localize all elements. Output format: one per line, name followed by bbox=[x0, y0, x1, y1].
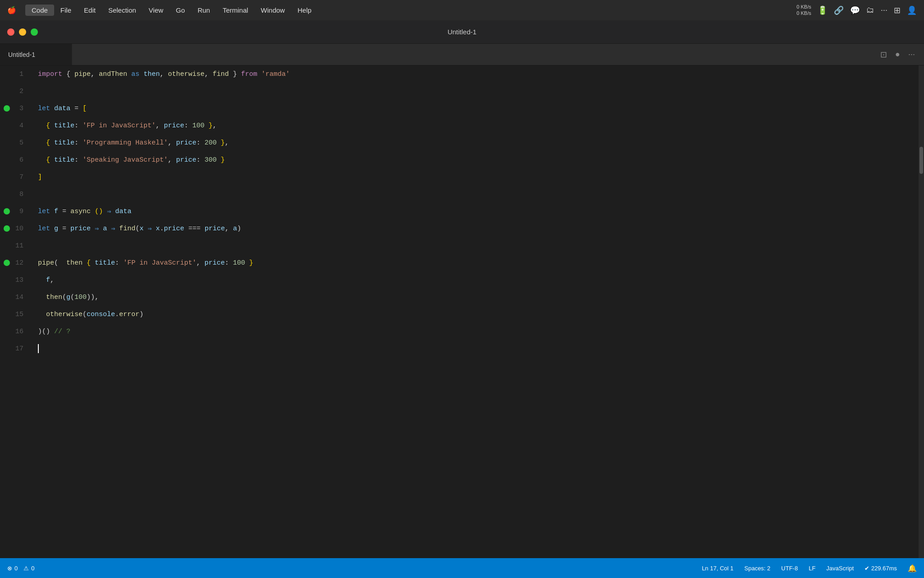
code-line-17 bbox=[38, 340, 924, 357]
code-line-16: )() // ? bbox=[38, 323, 924, 340]
apple-menu[interactable]: 🍎 bbox=[7, 6, 16, 14]
menubar-go[interactable]: Go bbox=[170, 5, 191, 16]
line-15-gutter: 15 bbox=[0, 306, 32, 323]
network-status: 0 KB/s 0 KB/s bbox=[797, 4, 811, 16]
line-3-gutter: 3 bbox=[0, 100, 32, 117]
line-17-gutter: 17 bbox=[0, 340, 32, 357]
battery-icon: 🔋 bbox=[818, 5, 827, 15]
editor-container: 1 2 3 4 5 6 7 8 9 bbox=[0, 65, 924, 558]
line-11-gutter: 11 bbox=[0, 237, 32, 254]
error-count[interactable]: ⊗ 0 ⚠ 0 bbox=[7, 565, 34, 572]
controlcenter-icon: ⊞ bbox=[894, 5, 901, 15]
tab-right-icons: ⊡ ● ··· bbox=[880, 50, 915, 60]
dot-icon: ● bbox=[895, 50, 900, 59]
line-7-gutter: 7 bbox=[0, 168, 32, 186]
line-16-gutter: 16 bbox=[0, 323, 32, 340]
breakpoint-9[interactable] bbox=[4, 208, 10, 214]
more-icon: ··· bbox=[881, 5, 887, 15]
eol[interactable]: LF bbox=[808, 565, 815, 572]
line-14-gutter: 14 bbox=[0, 289, 32, 306]
code-line-6: { title: 'Speaking JavaScript', price: 3… bbox=[38, 151, 924, 168]
line-12-gutter: 12 bbox=[0, 254, 32, 271]
line-5-gutter: 5 bbox=[0, 134, 32, 151]
language-mode[interactable]: JavaScript bbox=[827, 565, 854, 572]
code-line-7: ] bbox=[38, 168, 924, 186]
code-line-3: let data = [ bbox=[38, 100, 924, 117]
menubar-window[interactable]: Window bbox=[254, 5, 291, 16]
code-line-4: { title: 'FP in JavaScript', price: 100 … bbox=[38, 117, 924, 134]
titlebar: Untitled-1 bbox=[0, 20, 924, 44]
breakpoint-3[interactable] bbox=[4, 105, 10, 112]
code-line-8 bbox=[38, 186, 924, 203]
finder-icon: 🗂 bbox=[866, 5, 874, 15]
statusbar: ⊗ 0 ⚠ 0 Ln 17, Col 1 Spaces: 2 UTF-8 LF … bbox=[0, 558, 924, 578]
menubar-help[interactable]: Help bbox=[291, 5, 318, 16]
menubar-items: Code File Edit Selection View Go Run Ter… bbox=[25, 5, 797, 16]
line-8-gutter: 8 bbox=[0, 186, 32, 203]
menubar: 🍎 Code File Edit Selection View Go Run T… bbox=[0, 0, 924, 20]
menubar-view[interactable]: View bbox=[143, 5, 170, 16]
tabbar: Untitled-1 ⊡ ● ··· bbox=[0, 44, 924, 65]
code-line-9: let f = async () ⇒ data bbox=[38, 203, 924, 220]
indentation[interactable]: Spaces: 2 bbox=[744, 565, 771, 572]
notifications-icon[interactable]: 🔔 bbox=[908, 564, 917, 573]
menubar-terminal[interactable]: Terminal bbox=[216, 5, 254, 16]
line-6-gutter: 6 bbox=[0, 151, 32, 168]
statusbar-right: Ln 17, Col 1 Spaces: 2 UTF-8 LF JavaScri… bbox=[702, 564, 917, 573]
close-button[interactable] bbox=[7, 28, 14, 36]
gutter: 1 2 3 4 5 6 7 8 9 bbox=[0, 65, 32, 558]
code-line-12: pipe( then { title: 'FP in JavaScript', … bbox=[38, 254, 924, 271]
code-area[interactable]: import { pipe, andThen as then, otherwis… bbox=[32, 65, 924, 558]
encoding[interactable]: UTF-8 bbox=[781, 565, 798, 572]
split-editor-icon[interactable]: ⊡ bbox=[880, 50, 887, 60]
code-line-15: otherwise(console.error) bbox=[38, 306, 924, 323]
breakpoint-12[interactable] bbox=[4, 260, 10, 266]
menubar-selection[interactable]: Selection bbox=[102, 5, 143, 16]
window-title: Untitled-1 bbox=[448, 28, 476, 36]
menubar-file[interactable]: File bbox=[54, 5, 78, 16]
code-line-10: let g = price ⇒ a ⇒ find(x ⇒ x.price ===… bbox=[38, 220, 924, 237]
editor-tab[interactable]: Untitled-1 bbox=[0, 44, 72, 65]
breakpoint-10[interactable] bbox=[4, 225, 10, 232]
line-1-gutter: 1 bbox=[0, 65, 32, 83]
code-line-11 bbox=[38, 237, 924, 254]
line-2-gutter: 2 bbox=[0, 83, 32, 100]
link-icon: 🔗 bbox=[834, 5, 844, 15]
code-line-2 bbox=[38, 83, 924, 100]
line-4-gutter: 4 bbox=[0, 117, 32, 134]
menubar-code[interactable]: Code bbox=[25, 5, 54, 16]
more-actions-icon[interactable]: ··· bbox=[908, 50, 915, 59]
scrollbar-track[interactable] bbox=[919, 65, 924, 558]
statusbar-left: ⊗ 0 ⚠ 0 bbox=[7, 565, 34, 572]
error-icon: ⊗ bbox=[7, 565, 12, 572]
line-9-gutter: 9 bbox=[0, 203, 32, 220]
maximize-button[interactable] bbox=[31, 28, 38, 36]
user-icon: 👤 bbox=[907, 5, 917, 15]
scrollbar-thumb[interactable] bbox=[919, 147, 923, 174]
cursor-position[interactable]: Ln 17, Col 1 bbox=[702, 565, 734, 572]
code-line-1: import { pipe, andThen as then, otherwis… bbox=[38, 65, 924, 83]
line-13-gutter: 13 bbox=[0, 271, 32, 289]
line-10-gutter: 10 bbox=[0, 220, 32, 237]
code-line-14: then(g(100)), bbox=[38, 289, 924, 306]
warning-icon: ⚠ bbox=[23, 565, 29, 572]
code-line-13: f, bbox=[38, 271, 924, 289]
menubar-run[interactable]: Run bbox=[191, 5, 217, 16]
tab-label: Untitled-1 bbox=[8, 51, 35, 58]
chat-icon: 💬 bbox=[850, 5, 860, 15]
minimize-button[interactable] bbox=[19, 28, 26, 36]
menubar-right: 0 KB/s 0 KB/s 🔋 🔗 💬 🗂 ··· ⊞ 👤 bbox=[797, 4, 917, 16]
timing: ✔ 229.67ms bbox=[864, 565, 897, 572]
traffic-lights bbox=[7, 28, 38, 36]
code-line-5: { title: 'Programming Haskell', price: 2… bbox=[38, 134, 924, 151]
menubar-edit[interactable]: Edit bbox=[78, 5, 102, 16]
cursor bbox=[38, 344, 39, 353]
